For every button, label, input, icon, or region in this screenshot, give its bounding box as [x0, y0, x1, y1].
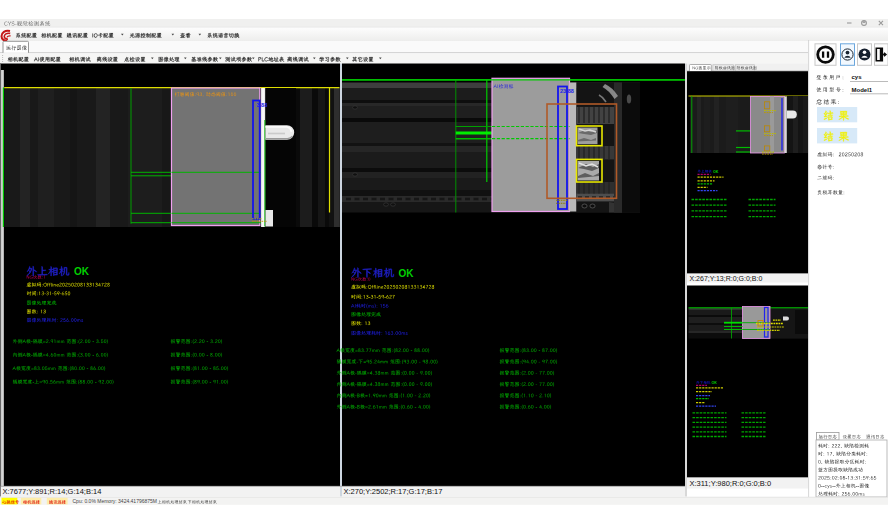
- svg-text:X:267;Y:13;R:0;G:0;B:0: X:267;Y:13;R:0;G:0;B:0: [690, 275, 763, 282]
- svg-text:OK: OK: [74, 266, 90, 277]
- svg-text:X:270;Y:2502;R:17;G:17;B:17: X:270;Y:2502;R:17;G:17;B:17: [344, 487, 443, 496]
- svg-text:X:7677;Y:891;R:14;G:14;B:14: X:7677;Y:891;R:14;G:14;B:14: [3, 487, 102, 496]
- svg-text:3.88: 3.88: [257, 102, 268, 108]
- svg-text:X:311;Y:980;R:0;G:0;B:0: X:311;Y:980;R:0;G:0;B:0: [690, 479, 772, 488]
- svg-text:OK: OK: [713, 170, 719, 174]
- svg-text:Model1: Model1: [852, 87, 873, 93]
- svg-text:OK: OK: [712, 381, 718, 385]
- svg-text:OK: OK: [399, 268, 415, 279]
- svg-text:Cpu: 0.0% Memory: 3424.4179687: Cpu: 0.0% Memory: 3424.41796875M: [73, 498, 158, 504]
- svg-text:cys: cys: [852, 74, 863, 80]
- svg-text:23.88: 23.88: [560, 88, 574, 94]
